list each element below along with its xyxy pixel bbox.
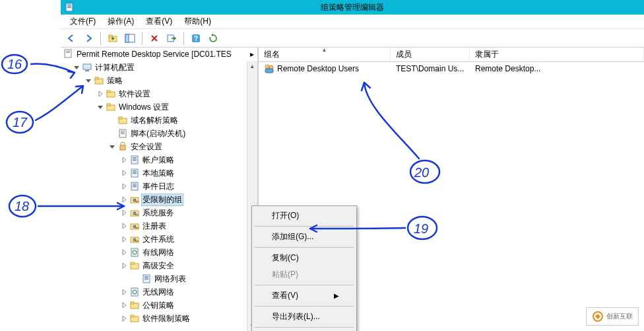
ctx-add-group[interactable]: 添加组(G)... [253,229,355,245]
tree-item-label: 域名解析策略 [131,115,178,126]
tree-root-expand-button[interactable]: ▸ [247,50,257,59]
policy-icon [129,168,140,178]
expand-closed-icon[interactable] [120,288,128,296]
tree-item[interactable]: 网络列表 [61,272,257,285]
svg-rect-52 [135,240,139,242]
svg-point-67 [265,65,269,69]
tree[interactable]: 计算机配置策略软件设置Windows 设置域名解析策略脚本(启动/关机)安全设置… [61,61,257,325]
expand-closed-icon[interactable] [120,222,128,230]
tree-item[interactable]: 安全设置 [61,140,257,153]
expand-closed-icon[interactable] [120,301,128,309]
refresh-button[interactable] [205,31,221,46]
tree-item[interactable]: 文件系统 [61,233,257,246]
menu-view[interactable]: 查看(V) [141,15,177,28]
tree-item[interactable]: 本地策略 [61,166,257,180]
folder-icon [94,75,104,86]
toolbar-separator [100,32,101,45]
folder-icon [106,89,116,99]
policy-net-icon [129,247,140,258]
expand-closed-icon[interactable] [120,248,128,256]
tree-item[interactable]: 软件设置 [61,87,257,100]
list-row[interactable]: Remote Desktop Users TEST\Domain Us... R… [259,62,644,75]
policy-icon [129,155,140,165]
tree-item[interactable]: 帐户策略 [61,153,257,166]
ctx-copy[interactable]: 复制(C) [253,250,355,266]
tree-root-label: Permit Remote Desktop Service [DC01.TES [77,50,247,59]
menu-help[interactable]: 帮助(H) [179,15,216,28]
svg-rect-69 [265,69,273,73]
ctx-paste: 粘贴(P) [253,266,355,283]
row-member: TEST\Domain Us... [396,64,464,73]
tree-item[interactable]: 受限制的组 [61,193,257,206]
tree-item[interactable]: 系统服务 [61,206,257,219]
expand-closed-icon[interactable] [120,156,128,164]
svg-rect-1 [67,5,71,5]
users-group-icon [264,63,274,74]
expand-open-icon[interactable] [84,77,92,85]
expand-open-icon[interactable] [73,63,80,71]
tree-item-label: 本地策略 [143,168,174,179]
expand-closed-icon[interactable] [120,209,128,217]
tree-item[interactable]: 高级安全 [61,259,257,272]
tree-item[interactable]: 策略 [61,74,257,87]
up-folder-button[interactable] [105,31,121,46]
tree-item[interactable]: Windows 设置 [61,100,257,114]
svg-rect-5 [109,35,112,37]
tree-item[interactable]: 无线网络 [61,285,257,299]
ctx-copy-label: 复制(C) [272,252,299,264]
expand-closed-icon[interactable] [120,196,128,203]
column-belong-label: 隶属于 [475,49,499,60]
column-group-name[interactable]: 组名▲ [259,48,391,61]
tree-item-label: 公钥策略 [143,300,174,311]
menu-file[interactable]: 文件(F) [65,15,101,28]
show-hide-tree-button[interactable] [122,31,138,46]
column-member[interactable]: 成员 [391,48,470,61]
tree-item[interactable]: 软件限制策略 [61,312,257,325]
tree-item-label: 无线网络 [143,287,174,298]
column-belong[interactable]: 隶属于 [470,48,644,61]
svg-point-74 [9,196,36,217]
svg-rect-26 [121,132,125,133]
expand-closed-icon[interactable] [120,314,128,322]
tree-item-label: 帐户策略 [143,155,174,166]
expand-closed-icon[interactable] [120,235,128,243]
tree-item-label: 脚本(启动/关机) [131,128,185,139]
tree-item[interactable]: 注册表 [61,219,257,233]
tree-item[interactable]: 域名解析策略 [61,114,257,127]
svg-rect-25 [121,131,125,131]
nav-back-button[interactable] [63,31,79,46]
expand-closed-icon[interactable] [120,169,128,177]
tree-item-label: 安全设置 [131,141,162,153]
column-member-label: 成员 [396,49,412,60]
svg-rect-12 [66,51,70,52]
svg-rect-21 [107,104,110,106]
ctx-paste-label: 粘贴(P) [272,269,298,280]
group-icon [129,194,140,205]
menu-action[interactable]: 操作(A) [102,15,139,28]
tree-item[interactable]: 有线网络 [61,246,257,259]
tree-root-header[interactable]: Permit Remote Desktop Service [DC01.TES … [61,48,257,61]
nav-forward-button[interactable] [80,31,96,46]
expand-open-icon[interactable] [108,143,116,151]
ctx-view[interactable]: 查看(V)▶ [253,287,355,304]
document-icon [63,49,74,59]
tree-item[interactable]: 脚本(启动/关机) [61,127,257,140]
ctx-open[interactable]: 打开(O) [253,207,355,224]
ctx-export[interactable]: 导出列表(L)... [253,309,355,325]
export-button[interactable] [164,31,179,46]
tree-item[interactable]: 事件日志 [61,180,257,193]
delete-button[interactable] [146,31,162,46]
svg-rect-11 [65,50,71,57]
tree-item[interactable]: 计算机配置 [61,61,257,74]
scroll-up-icon[interactable]: ▴ [248,61,257,71]
svg-rect-15 [85,70,89,71]
tree-item[interactable]: 公钥策略 [61,299,257,312]
expand-closed-icon[interactable] [120,262,128,270]
help-button[interactable]: ? [188,31,204,46]
expand-closed-icon[interactable] [120,182,128,190]
expand-closed-icon[interactable] [96,90,104,98]
group-icon [129,207,140,218]
svg-point-72 [7,112,33,133]
expand-open-icon[interactable] [96,103,104,111]
ctx-separator [255,285,354,285]
